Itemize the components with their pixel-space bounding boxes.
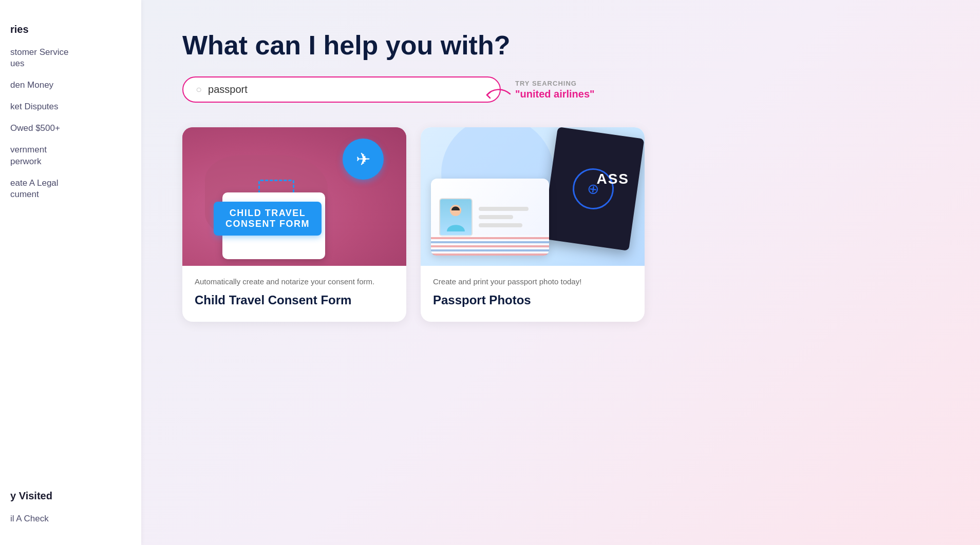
card-title-passport: Passport Photos [433, 293, 632, 308]
recently-visited-title: y Visited [0, 490, 141, 508]
card-description-travel: Automatically create and notarize your c… [195, 276, 394, 288]
passport-id-card [431, 179, 549, 256]
plane-circle: ✈ [343, 139, 384, 180]
try-searching-container: TRY SEARCHING "united airlines" [515, 80, 595, 100]
sidebar-recent-item-mail-check[interactable]: il A Check [0, 508, 141, 530]
card-child-travel-consent[interactable]: ✈ Child Travel Consent Form Automaticall… [182, 127, 406, 322]
sidebar-item-customer-service[interactable]: stomer Service ues [0, 42, 141, 74]
search-input[interactable] [208, 84, 487, 95]
passport-dark-book: ⊕ [542, 127, 645, 251]
pass-label: ASS [596, 171, 629, 187]
sidebar-item-government-paperwork[interactable]: vernment perwork [0, 139, 141, 172]
sidebar-item-create-legal-document[interactable]: eate A Legal cument [0, 172, 141, 205]
card-description-passport: Create and print your passport photo tod… [433, 276, 632, 288]
card-title-travel: Child Travel Consent Form [195, 293, 394, 308]
id-avatar [439, 198, 473, 237]
id-lines [479, 207, 541, 227]
card-passport-photos[interactable]: ⊕ ASS [421, 127, 645, 322]
arrow-icon [484, 85, 513, 105]
sidebar-categories-title: ries [0, 24, 141, 42]
sidebar: ries stomer Service ues den Money ket Di… [0, 0, 141, 545]
id-line-2 [479, 215, 513, 219]
recently-visited-section: y Visited il A Check [0, 478, 141, 530]
search-row: ○ TRY SEARCHING "united airlines" [182, 76, 939, 103]
travel-consent-badge: Child Travel Consent Form [214, 202, 322, 236]
card-image-travel: ✈ Child Travel Consent Form [182, 127, 406, 266]
sidebar-item-owed-money[interactable]: Owed $500+ [0, 118, 141, 139]
search-box[interactable]: ○ [182, 76, 501, 103]
card-body-travel: Automatically create and notarize your c… [182, 266, 406, 322]
travel-illustration: ✈ Child Travel Consent Form [182, 127, 406, 266]
cards-grid: ✈ Child Travel Consent Form Automaticall… [182, 127, 645, 322]
sidebar-item-market-disputes[interactable]: ket Disputes [0, 96, 141, 118]
search-icon: ○ [196, 84, 202, 95]
sidebar-item-hidden-money[interactable]: den Money [0, 74, 141, 96]
id-line-1 [479, 207, 529, 211]
id-flag-stripes [431, 235, 549, 256]
card-image-passport: ⊕ ASS [421, 127, 645, 266]
id-line-3 [479, 223, 522, 227]
main-content: What can I help you with? ○ TRY SEARCHIN… [141, 0, 980, 545]
try-searching-value: "united airlines" [515, 88, 595, 100]
try-searching-label: TRY SEARCHING [515, 80, 577, 87]
page-title: What can I help you with? [182, 31, 939, 60]
card-body-passport: Create and print your passport photo tod… [421, 266, 645, 322]
